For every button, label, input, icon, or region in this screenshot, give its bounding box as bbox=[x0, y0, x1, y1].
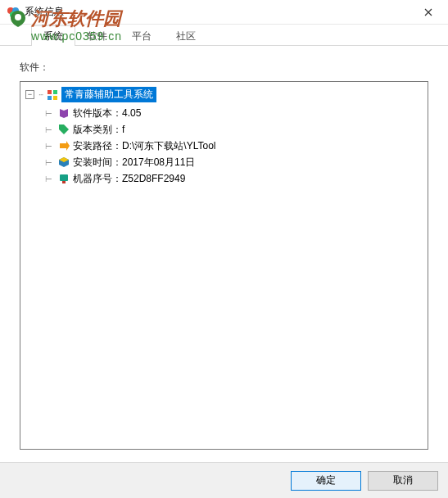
app-icon bbox=[7, 6, 20, 19]
tree-item-label: 安装路径：D:\河东下载站\YLTool bbox=[73, 139, 215, 153]
window-title: 系统信息 bbox=[25, 5, 410, 19]
arrow-icon bbox=[58, 140, 70, 152]
tab-platform[interactable]: 平台 bbox=[120, 25, 164, 46]
tree-root[interactable]: − ··· 常青藤辅助工具系统 bbox=[25, 87, 423, 102]
close-button[interactable] bbox=[410, 1, 446, 24]
footer: 确定 取消 bbox=[0, 462, 448, 498]
tree-item[interactable]: ⊢ 机器序号：Z52D8FF2949 bbox=[45, 170, 423, 187]
tree-item[interactable]: ⊢ 软件版本：4.05 bbox=[45, 105, 423, 121]
tree-item[interactable]: ⊢ 版本类别：f bbox=[45, 121, 423, 138]
svg-rect-8 bbox=[60, 174, 68, 181]
svg-rect-6 bbox=[48, 96, 52, 100]
tree-expander[interactable]: − bbox=[25, 90, 34, 99]
tab-software[interactable]: 软件 bbox=[75, 25, 120, 46]
tree-item[interactable]: ⊢ 安装时间：2017年08月11日 bbox=[45, 154, 423, 170]
tree-root-icon bbox=[47, 89, 58, 101]
tree-item-label: 版本类别：f bbox=[73, 123, 124, 137]
section-label: 软件： bbox=[20, 61, 428, 75]
ok-button[interactable]: 确定 bbox=[291, 471, 361, 491]
tree-children: ⊢ 软件版本：4.05 ⊢ 版本类别：f ⊢ 安装路径：D:\河东下载站\YLT… bbox=[45, 105, 423, 187]
tab-system[interactable]: 系统 bbox=[31, 25, 75, 46]
tag-icon bbox=[58, 124, 70, 135]
cube-icon bbox=[58, 156, 70, 168]
svg-rect-4 bbox=[48, 90, 52, 94]
tab-community[interactable]: 社区 bbox=[164, 25, 208, 46]
cancel-button[interactable]: 取消 bbox=[368, 471, 438, 491]
svg-point-2 bbox=[10, 11, 16, 18]
tree-connector: ··· bbox=[38, 90, 43, 99]
svg-rect-7 bbox=[53, 96, 57, 100]
tree-item-label: 软件版本：4.05 bbox=[73, 106, 141, 120]
content-area: 软件： − ··· 常青藤辅助工具系统 ⊢ 软件版本：4.05 ⊢ 版本类别：f… bbox=[0, 46, 448, 464]
tabbar: 系统 软件 平台 社区 bbox=[0, 25, 448, 46]
svg-rect-5 bbox=[53, 90, 57, 94]
device-icon bbox=[58, 173, 70, 184]
book-icon bbox=[58, 107, 70, 119]
titlebar: 系统信息 bbox=[0, 0, 448, 25]
tree-panel: − ··· 常青藤辅助工具系统 ⊢ 软件版本：4.05 ⊢ 版本类别：f ⊢ 安… bbox=[20, 81, 428, 450]
tree-item-label: 安装时间：2017年08月11日 bbox=[73, 156, 195, 170]
tree-item-label: 机器序号：Z52D8FF2949 bbox=[73, 172, 185, 186]
tree-item[interactable]: ⊢ 安装路径：D:\河东下载站\YLTool bbox=[45, 138, 423, 154]
svg-rect-9 bbox=[62, 181, 66, 183]
tree-root-label: 常青藤辅助工具系统 bbox=[61, 87, 156, 102]
